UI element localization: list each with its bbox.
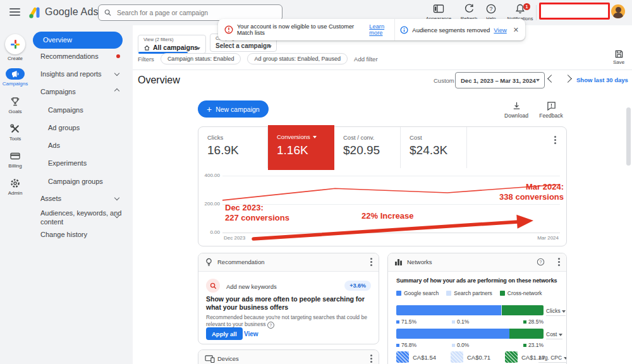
next-period-button[interactable] <box>564 75 572 83</box>
svg-text:?: ? <box>489 6 492 12</box>
legend-search-partners: Search partners <box>446 290 492 296</box>
search-input[interactable] <box>116 8 276 17</box>
metric-card-cost[interactable]: Cost $24.3K <box>401 127 467 168</box>
google-ads-app: Google Ads Appearance Refresh ? Help <box>0 0 632 364</box>
credit-card-icon <box>0 150 30 162</box>
apply-all-button[interactable]: Apply all <box>206 327 243 340</box>
filter-chip-ad-group-status[interactable]: Ad group status: Enabled, Paused <box>247 53 348 64</box>
add-filter-button[interactable]: Add filter <box>354 56 378 63</box>
annotation-start: Dec 2023: 227 conversions <box>225 203 289 223</box>
info-icon <box>400 26 408 34</box>
trophy-icon <box>0 96 30 107</box>
nav-billing[interactable]: Billing <box>0 150 30 169</box>
devices-icon <box>205 355 215 363</box>
appearance-icon <box>422 3 455 15</box>
section-divider <box>133 70 632 70</box>
date-mode-label: Custom <box>434 77 454 84</box>
filters-bar: Filters Campaign status: Enabled Ad grou… <box>138 53 378 64</box>
sidebar-item-audiences-keywords-content[interactable]: Audiences, keywords, and content <box>40 209 123 226</box>
bar-chart-icon <box>394 258 403 266</box>
dropdown-caret-icon <box>536 79 540 82</box>
info-icon[interactable]: ? <box>267 322 274 329</box>
clicks-metric-selector[interactable]: Clicks <box>546 308 566 316</box>
show-last-30-days-link[interactable]: Show last 30 days <box>576 76 628 83</box>
view-recommendation-link[interactable]: View <box>244 331 258 337</box>
sidebar-item-assets[interactable]: Assets <box>40 195 123 202</box>
save-button[interactable]: Save <box>606 49 631 65</box>
page-title: Overview <box>138 75 180 86</box>
cpc-swatch-search-partners <box>451 351 463 363</box>
toast-divider <box>394 19 395 40</box>
google-ads-logo-icon <box>28 6 42 20</box>
legend-swatch <box>446 291 451 296</box>
dropdown-caret-icon <box>268 46 272 48</box>
metric-card-clicks[interactable]: Clicks 16.9K <box>198 127 268 168</box>
sidebar-item-recommendations[interactable]: Recommendations <box>40 52 123 60</box>
sidebar-item-campaigns-section[interactable]: Campaigns <box>40 88 123 95</box>
metric-card-conversions-selected[interactable]: Conversions 1.16K <box>268 125 334 170</box>
previous-period-button[interactable] <box>547 75 556 83</box>
networks-card: Networks ? Summary of how your ads are p… <box>387 253 567 364</box>
account-avatar[interactable] <box>611 4 625 18</box>
filter-chip-campaign-status[interactable]: Campaign status: Enabled <box>161 53 241 64</box>
nav-rail: Create Campaigns Goals Tools Billing <box>0 25 30 364</box>
avg-cpc-metric-selector[interactable]: Avg. CPC <box>538 355 567 363</box>
help-icon[interactable]: ? <box>537 258 545 266</box>
download-button[interactable]: Download <box>501 101 532 119</box>
recommendation-card-header: Recommendation <box>198 253 379 272</box>
sidebar-item-change-history[interactable]: Change history <box>40 231 123 238</box>
date-range-picker[interactable]: Dec 1, 2023 – Mar 31, 2024 <box>455 72 545 88</box>
create-button[interactable]: Create <box>0 34 30 61</box>
card-menu-icon[interactable] <box>370 355 372 356</box>
dropdown-caret-icon <box>564 357 567 360</box>
card-menu-icon[interactable] <box>558 258 560 260</box>
notification-badge: 1 <box>523 3 530 10</box>
scrollbar-thumb[interactable] <box>626 107 631 166</box>
feedback-button[interactable]: Feedback <box>535 101 567 119</box>
sidebar-item-ad-groups[interactable]: Ad groups <box>48 124 130 131</box>
view-selector[interactable]: View (2 filters) All campaigns <box>138 35 206 54</box>
megaphone-icon <box>6 68 25 80</box>
dropdown-caret-icon <box>313 136 317 138</box>
card-menu-icon[interactable] <box>370 258 372 260</box>
learn-more-link[interactable]: Learn more <box>369 23 389 37</box>
nav-goals[interactable]: Goals <box>0 96 30 114</box>
close-icon[interactable]: ✕ <box>513 26 519 34</box>
refresh-icon <box>456 3 482 15</box>
download-icon <box>501 101 532 111</box>
avg-cpc-row: CA$1.54 CA$0.71 CA$1.17 <box>396 351 544 364</box>
devices-card: Devices <box>198 349 379 364</box>
sidebar-item-overview[interactable]: Overview <box>33 32 123 49</box>
sidebar-item-campaign-groups[interactable]: Campaign groups <box>48 178 130 185</box>
recommendation-description: Recommended because you're not targeting… <box>206 314 372 329</box>
search-icon <box>104 9 111 16</box>
product-name: Google Ads <box>45 6 99 18</box>
metric-card-cost-per-conv[interactable]: Cost / conv. $20.95 <box>334 127 401 168</box>
networks-legend: Google search Search partners Cross-netw… <box>396 290 542 296</box>
legend-swatch <box>396 291 401 296</box>
sidebar-item-campaigns[interactable]: Campaigns <box>48 106 130 114</box>
save-icon <box>606 49 631 59</box>
uplift-badge: +3.6% <box>344 281 371 291</box>
notification-toast: Your account is now eligible to use Cust… <box>218 19 525 40</box>
main-menu-icon[interactable] <box>9 8 20 16</box>
cost-metric-selector[interactable]: Cost <box>546 331 562 339</box>
error-icon <box>224 25 233 34</box>
dropdown-caret-icon <box>197 47 200 50</box>
nav-admin[interactable]: Admin <box>0 178 30 196</box>
increase-arrow-head <box>516 215 533 229</box>
view-link[interactable]: View <box>494 27 506 33</box>
networks-summary-title: Summary of how your ads are performing o… <box>396 277 557 284</box>
sidebar-item-insights-and-reports[interactable]: Insights and reports <box>40 70 123 78</box>
y-tick-200: 200.00 <box>200 201 220 207</box>
recommendation-card: Recommendation Add new keywords +3.6% Sh… <box>198 253 379 344</box>
card-menu-icon[interactable] <box>554 136 556 138</box>
new-campaign-button[interactable]: + New campaign <box>198 100 269 118</box>
sidebar-item-ads[interactable]: Ads <box>48 142 130 149</box>
legend-cross-network: Cross-network <box>500 290 542 296</box>
nav-campaigns[interactable]: Campaigns <box>0 68 30 87</box>
sidebar-item-experiments[interactable]: Experiments <box>48 159 130 167</box>
gear-icon <box>0 178 30 189</box>
nav-tools[interactable]: Tools <box>0 123 30 142</box>
y-tick-400: 400.00 <box>200 173 220 178</box>
